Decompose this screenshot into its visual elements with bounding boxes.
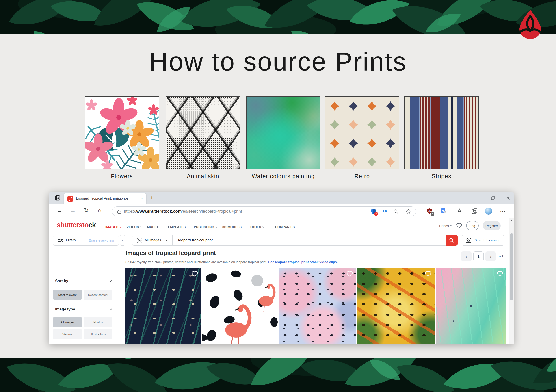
- tab-actions-icon[interactable]: [55, 195, 61, 202]
- prev-page-button[interactable]: ‹: [461, 252, 471, 261]
- svg-text:G: G: [442, 209, 444, 212]
- nav-videos[interactable]: VIDEOS: [126, 225, 142, 229]
- print-label-animal-skin: Animal skin: [166, 173, 240, 179]
- register-button[interactable]: Register: [483, 221, 501, 231]
- results-subtext: 57,047 royalty-free stock photos, vector…: [125, 260, 338, 264]
- translate-page-icon[interactable]: aA: [382, 209, 387, 214]
- profile-avatar[interactable]: [485, 208, 492, 215]
- search-scope-dropdown[interactable]: All images: [145, 238, 161, 242]
- scrollbar-thumb[interactable]: [510, 233, 513, 300]
- ublock-extension-icon[interactable]: ub 3: [425, 207, 433, 215]
- favorites-heart-icon[interactable]: [456, 223, 462, 228]
- filters-icon: [58, 238, 63, 243]
- browser-tab[interactable]: Leopard Tropical Print: imágenes ×: [64, 193, 146, 204]
- print-swatch-retro: [325, 96, 399, 169]
- log-in-button[interactable]: Log: [466, 221, 479, 231]
- nav-images[interactable]: IMAGES: [105, 225, 122, 229]
- filters-sidebar: Sort by Most relevant Recent content Ima…: [49, 246, 119, 344]
- tropical-banner-top: [0, 0, 556, 34]
- print-label-watercolour: Water colours painting: [246, 173, 320, 179]
- current-page-box[interactable]: 1: [473, 252, 484, 261]
- forward-icon[interactable]: →: [70, 208, 76, 213]
- search-button[interactable]: [446, 235, 458, 246]
- window-minimize-icon[interactable]: [473, 195, 480, 201]
- browser-window: Leopard Tropical Print: imágenes × + ← →…: [49, 192, 514, 344]
- search-by-image-button[interactable]: Search by image: [462, 235, 504, 246]
- more-menu-icon[interactable]: ···: [500, 208, 506, 214]
- erase-everything-link[interactable]: Erase everything: [89, 238, 114, 242]
- nav-companies[interactable]: COMPANIES: [275, 225, 295, 229]
- sort-by-title: Sort by: [55, 279, 68, 283]
- page-scrollbar[interactable]: ▲: [509, 218, 514, 344]
- favorites-bar-icon[interactable]: [456, 207, 464, 215]
- shutterstock-logo[interactable]: shutterstock: [57, 221, 96, 229]
- image-type-title: Image type: [55, 307, 75, 312]
- retro-geometric-pattern: [325, 97, 399, 169]
- sort-recent-content-button[interactable]: Recent content: [84, 290, 112, 300]
- nav-publishing[interactable]: PUBLISHING: [194, 225, 218, 229]
- next-page-button[interactable]: ›: [485, 252, 496, 261]
- type-illustrations-button[interactable]: Illustrations: [84, 329, 112, 339]
- window-restore-icon[interactable]: [490, 195, 496, 201]
- like-heart-icon[interactable]: [497, 271, 503, 277]
- nav-tools[interactable]: TOOLS: [250, 225, 265, 229]
- site-nav: IMAGES VIDEOS MUSIC TEMPLATES PUBLISHING…: [105, 224, 295, 231]
- stock-video-clips-link[interactable]: See leopard tropical print stock video c…: [268, 260, 338, 264]
- url-path: /es/search/leopard+tropical+print: [182, 209, 242, 214]
- filters-label: Filters: [66, 238, 76, 242]
- nav-templates[interactable]: TEMPLATES: [166, 225, 189, 229]
- tab-close-icon[interactable]: ×: [141, 196, 143, 201]
- scroll-up-icon[interactable]: ▲: [510, 219, 512, 222]
- like-heart-icon[interactable]: [347, 271, 353, 277]
- nav-3d-models[interactable]: 3D MODELS: [222, 225, 245, 229]
- home-icon[interactable]: ⌂: [98, 208, 101, 213]
- type-vectors-button[interactable]: Vectors: [53, 329, 82, 339]
- tropical-flowers-pattern: [85, 97, 159, 169]
- results-heading: Images of tropical leopard print: [125, 250, 216, 257]
- nav-music[interactable]: MUSIC: [147, 225, 161, 229]
- image-type-icon: [137, 238, 142, 243]
- slide-title: How to source Prints: [0, 47, 556, 77]
- address-bar[interactable]: https://www.shutterstock.com/es/search/l…: [112, 207, 416, 216]
- ublock-badge: 3: [431, 213, 434, 216]
- browser-tab-strip: Leopard Tropical Print: imágenes × +: [49, 192, 514, 204]
- tab-title: Leopard Tropical Print: imágenes: [76, 197, 134, 200]
- shutterstock-favicon: [68, 196, 73, 202]
- result-thumb-pink-teal-leopard[interactable]: [436, 268, 506, 344]
- result-thumb-flamingo-leopard[interactable]: [202, 268, 278, 344]
- svg-text:ub: ub: [428, 210, 431, 212]
- favorite-star-icon[interactable]: [406, 209, 411, 215]
- sort-collapse-icon[interactable]: [110, 280, 113, 282]
- sort-most-relevant-button[interactable]: Most relevant: [53, 290, 82, 300]
- browser-toolbar: ← → ↻ ⌂ https://www.shutterstock.com/es/…: [49, 204, 514, 218]
- result-thumb-pink-floral-leopard[interactable]: [279, 268, 356, 344]
- back-icon[interactable]: ←: [57, 208, 62, 213]
- type-photos-button[interactable]: Photos: [84, 317, 112, 327]
- type-collapse-icon[interactable]: [110, 308, 113, 311]
- window-close-icon[interactable]: [505, 195, 512, 201]
- result-thumb-dark-tropical-leopard[interactable]: [125, 268, 201, 344]
- print-label-retro: Retro: [325, 173, 399, 179]
- prices-menu[interactable]: Prices: [439, 224, 452, 228]
- url-scheme: https://: [124, 209, 137, 214]
- url-domain: www.shutterstock.com: [137, 209, 182, 214]
- refresh-icon[interactable]: ↻: [84, 208, 89, 213]
- result-thumb-leopard-face-tropical[interactable]: [357, 268, 434, 344]
- scope-caret-icon: [166, 240, 168, 241]
- print-swatch-flowers: [85, 96, 159, 169]
- like-heart-icon[interactable]: [191, 271, 198, 277]
- shutterstock-page: shutterstock IMAGES VIDEOS MUSIC TEMPLAT…: [49, 218, 514, 344]
- like-heart-icon[interactable]: [425, 271, 431, 277]
- adblock-shield-icon[interactable]: 7: [370, 208, 377, 215]
- new-tab-icon[interactable]: +: [150, 194, 154, 201]
- collapse-filters-icon[interactable]: ‹: [120, 235, 125, 246]
- print-swatch-stripes: [404, 96, 479, 169]
- search-bar[interactable]: All images leopard tropical print: [132, 235, 458, 246]
- collections-icon[interactable]: [471, 207, 479, 215]
- like-heart-icon[interactable]: [268, 271, 275, 277]
- filters-box[interactable]: Filters Erase everything: [53, 235, 119, 246]
- gtranslate-extension-icon[interactable]: G: [440, 207, 448, 215]
- type-all-images-button[interactable]: All images: [53, 317, 82, 327]
- search-query[interactable]: leopard tropical print: [178, 238, 213, 243]
- zoom-out-icon[interactable]: [394, 209, 398, 215]
